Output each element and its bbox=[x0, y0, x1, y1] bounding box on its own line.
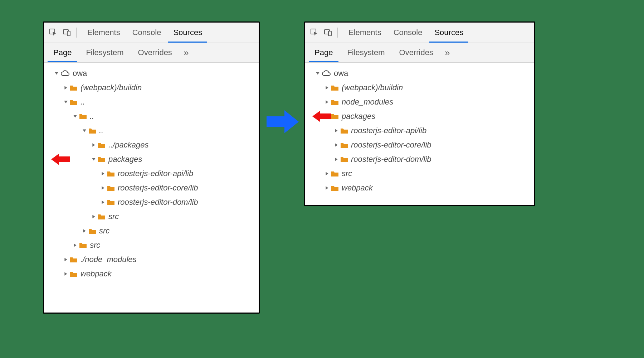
inspect-icon[interactable] bbox=[48, 27, 59, 38]
chevron-right-icon bbox=[100, 200, 106, 204]
more-tabs-icon[interactable]: » bbox=[442, 47, 453, 58]
tab-elements[interactable]: Elements bbox=[82, 23, 125, 43]
tree-row-root[interactable]: owa bbox=[44, 66, 259, 81]
tree-row[interactable]: roosterjs-editor-core/lib bbox=[305, 138, 534, 152]
tree-label: src bbox=[99, 227, 109, 235]
subtab-filesystem[interactable]: Filesystem bbox=[80, 43, 129, 62]
tree-row-root[interactable]: owa bbox=[305, 66, 534, 81]
tree-label: owa bbox=[334, 69, 348, 77]
tree-row[interactable]: node_modules bbox=[305, 95, 534, 109]
folder-icon bbox=[70, 271, 78, 277]
chevron-right-icon bbox=[324, 186, 330, 190]
tree-row[interactable]: src bbox=[44, 209, 259, 224]
folder-icon bbox=[88, 127, 96, 134]
cloud-icon bbox=[60, 70, 70, 77]
tree-row[interactable]: ../packages bbox=[44, 138, 259, 152]
subtab-label: Filesystem bbox=[86, 48, 123, 57]
tab-label: Console bbox=[132, 28, 161, 37]
tree-label: src bbox=[342, 170, 352, 178]
devtools-panel-after: Elements Console Sources Page Filesystem… bbox=[304, 21, 535, 206]
tree-row[interactable]: roosterjs-editor-dom/lib bbox=[305, 152, 534, 166]
tree-row[interactable]: src bbox=[44, 238, 259, 252]
folder-icon bbox=[70, 99, 78, 105]
cloud-icon bbox=[322, 70, 331, 77]
tab-console[interactable]: Console bbox=[127, 23, 166, 43]
tree-row[interactable]: (webpack)/buildin bbox=[305, 81, 534, 95]
tab-label: Elements bbox=[87, 28, 120, 37]
subtab-page[interactable]: Page bbox=[48, 43, 77, 62]
tab-console[interactable]: Console bbox=[389, 23, 428, 43]
chevron-right-icon bbox=[63, 272, 69, 276]
tree-row[interactable]: .. bbox=[44, 95, 259, 109]
tree-row[interactable]: roosterjs-editor-api/lib bbox=[305, 124, 534, 138]
chevron-right-icon bbox=[100, 171, 106, 176]
sources-subbar: Page Filesystem Overrides » bbox=[305, 43, 534, 63]
tab-sources[interactable]: Sources bbox=[429, 23, 468, 43]
tree-row[interactable]: roosterjs-editor-dom/lib bbox=[44, 195, 259, 209]
subtab-filesystem[interactable]: Filesystem bbox=[341, 43, 390, 62]
inspect-icon[interactable] bbox=[309, 27, 320, 38]
chevron-right-icon bbox=[63, 257, 69, 262]
chevron-down-icon bbox=[53, 71, 60, 76]
subtab-label: Filesystem bbox=[347, 48, 385, 57]
chevron-down-icon bbox=[314, 71, 321, 76]
tree-row-packages[interactable]: packages bbox=[44, 152, 259, 166]
tree-row[interactable]: ./node_modules bbox=[44, 252, 259, 267]
folder-icon bbox=[70, 84, 78, 91]
more-tabs-icon[interactable]: » bbox=[181, 47, 191, 58]
folder-icon bbox=[79, 113, 87, 120]
tree-label: packages bbox=[342, 112, 375, 120]
tree-label: ./node_modules bbox=[80, 256, 137, 263]
tree-label: packages bbox=[108, 155, 142, 163]
device-toggle-icon[interactable] bbox=[322, 27, 334, 38]
devtools-panel-before: Elements Console Sources Page Filesystem… bbox=[43, 21, 260, 314]
device-toggle-icon[interactable] bbox=[61, 27, 73, 38]
tree-label: src bbox=[90, 241, 100, 249]
chevron-right-icon bbox=[100, 186, 106, 190]
subtab-label: Page bbox=[53, 48, 72, 57]
folder-icon bbox=[88, 228, 96, 234]
sources-subbar: Page Filesystem Overrides » bbox=[44, 43, 259, 63]
tree-row[interactable]: webpack bbox=[44, 267, 259, 281]
top-toolbar: Elements Console Sources bbox=[44, 23, 259, 43]
subtab-overrides[interactable]: Overrides bbox=[132, 43, 178, 62]
folder-icon bbox=[340, 156, 348, 163]
tree-row[interactable]: webpack bbox=[305, 181, 534, 195]
tab-elements[interactable]: Elements bbox=[343, 23, 386, 43]
svg-rect-5 bbox=[328, 31, 331, 36]
tree-row[interactable]: roosterjs-editor-core/lib bbox=[44, 181, 259, 195]
tab-sources[interactable]: Sources bbox=[168, 23, 207, 43]
subtab-label: Page bbox=[314, 48, 333, 57]
chevron-right-icon bbox=[91, 143, 97, 147]
tree-label: .. bbox=[99, 127, 103, 135]
folder-icon bbox=[79, 242, 87, 248]
folder-icon bbox=[98, 142, 106, 148]
tree-row[interactable]: src bbox=[44, 224, 259, 238]
tree-label: roosterjs-editor-dom/lib bbox=[351, 155, 431, 163]
tree-label: roosterjs-editor-core/lib bbox=[118, 184, 198, 192]
tree-label: roosterjs-editor-api/lib bbox=[351, 127, 426, 135]
chevron-right-icon bbox=[324, 171, 330, 176]
tree-label: ../packages bbox=[108, 141, 149, 149]
chevron-down-icon bbox=[91, 157, 97, 161]
transition-arrow-icon bbox=[265, 107, 301, 138]
subtab-page[interactable]: Page bbox=[309, 43, 338, 62]
tree-label: node_modules bbox=[342, 98, 393, 106]
tree-row[interactable]: roosterjs-editor-api/lib bbox=[44, 166, 259, 181]
file-tree: owa (webpack)/buildin node_modules packa… bbox=[305, 63, 534, 201]
tree-label: roosterjs-editor-dom/lib bbox=[118, 198, 198, 206]
subtab-overrides[interactable]: Overrides bbox=[394, 43, 439, 62]
tree-row[interactable]: (webpack)/buildin bbox=[44, 81, 259, 95]
folder-icon bbox=[98, 156, 106, 163]
chevron-right-icon bbox=[72, 243, 78, 247]
tree-row[interactable]: src bbox=[305, 166, 534, 181]
folder-icon bbox=[340, 127, 348, 134]
folder-icon bbox=[331, 113, 339, 120]
tree-row[interactable]: .. bbox=[44, 109, 259, 124]
tree-row[interactable]: .. bbox=[44, 124, 259, 138]
tree-row-packages[interactable]: packages bbox=[305, 109, 534, 124]
highlight-arrow-icon bbox=[312, 110, 331, 123]
folder-icon bbox=[70, 256, 78, 263]
subtab-label: Overrides bbox=[138, 48, 172, 57]
tree-label: webpack bbox=[80, 270, 112, 278]
